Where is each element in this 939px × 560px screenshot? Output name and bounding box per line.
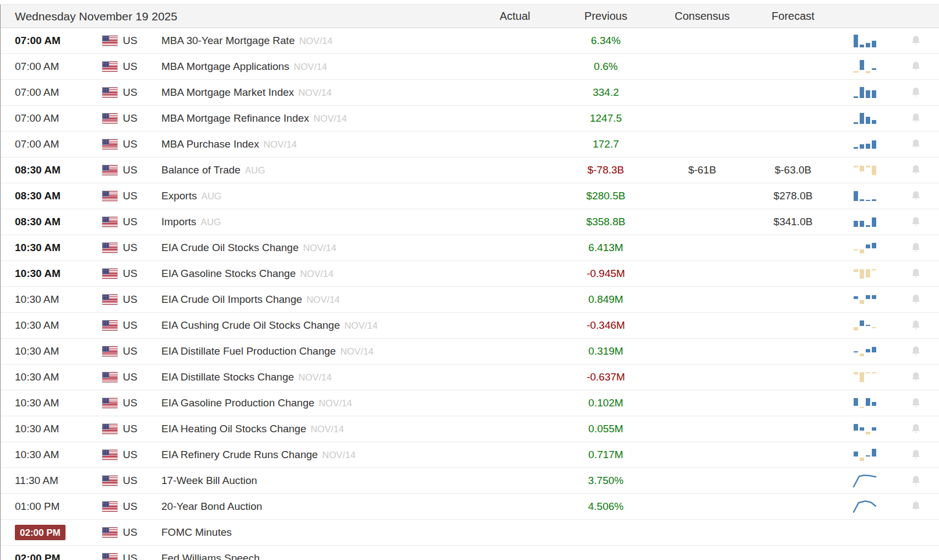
alert-bell-button[interactable] [892,474,939,487]
country-cell[interactable]: US [88,449,145,461]
alert-bell-button[interactable] [892,164,939,177]
previous-value[interactable]: 0.319M [556,345,655,357]
calendar-row[interactable]: 10:30 AM US EIA Heating Oil Stocks Chang… [1,416,939,442]
calendar-row[interactable]: 07:00 AM US MBA 30-Year Mortgage RateNOV… [1,28,939,54]
country-cell[interactable]: US [88,501,145,513]
previous-value[interactable]: 0.849M [556,293,655,306]
event-link[interactable]: EIA Refinery Crude Runs Change [161,449,318,460]
history-sparkline[interactable] [837,58,892,75]
alert-bell-button[interactable] [892,34,939,47]
history-sparkline[interactable] [837,240,892,256]
calendar-row[interactable]: 08:30 AM US ImportsAUG $358.8B $341.0B [1,209,939,235]
country-cell[interactable]: US [88,112,145,124]
calendar-row[interactable]: 11:30 AM US 17-Week Bill Auction 3.750% [1,468,939,494]
country-cell[interactable]: US [88,423,145,435]
alert-bell-button[interactable] [892,112,939,125]
previous-value[interactable]: -0.637M [556,371,655,383]
alert-bell-button[interactable] [892,138,939,151]
country-cell[interactable]: US [88,552,145,560]
event-link[interactable]: EIA Cushing Crude Oil Stocks Change [161,319,340,331]
country-cell[interactable]: US [88,216,145,228]
alert-bell-button[interactable] [892,345,939,358]
event-link[interactable]: Balance of Trade [161,164,241,176]
alert-bell-button[interactable] [892,500,939,513]
alert-bell-button[interactable] [892,60,939,73]
event-link[interactable]: FOMC Minutes [161,526,232,538]
calendar-row[interactable]: 07:00 AM US MBA Mortgage ApplicationsNOV… [1,54,939,80]
calendar-row[interactable]: 07:00 AM US MBA Mortgage Refinance Index… [1,106,939,132]
event-link[interactable]: EIA Gasoline Stocks Change [161,268,296,279]
country-cell[interactable]: US [88,319,145,331]
previous-value[interactable]: -0.945M [556,268,655,280]
previous-value[interactable]: 0.717M [556,449,655,461]
calendar-row[interactable]: 10:30 AM US EIA Gasoline Stocks ChangeNO… [1,261,939,287]
history-sparkline[interactable] [837,421,892,437]
calendar-row[interactable]: 07:00 AM US MBA Purchase IndexNOV/14 172… [1,132,939,157]
event-link[interactable]: EIA Crude Oil Stocks Change [161,242,298,253]
country-cell[interactable]: US [88,268,145,280]
history-sparkline[interactable] [837,214,892,230]
event-link[interactable]: EIA Distillate Stocks Change [161,371,294,383]
calendar-row[interactable]: 08:30 AM US Balance of TradeAUG $-78.3B … [1,157,939,183]
country-cell[interactable]: US [88,293,145,306]
calendar-row[interactable]: 10:30 AM US EIA Crude Oil Stocks ChangeN… [1,235,939,261]
event-link[interactable]: EIA Distillate Fuel Production Change [161,345,336,357]
country-cell[interactable]: US [88,371,145,383]
previous-value[interactable]: 6.413M [556,242,655,254]
previous-value[interactable]: 6.34% [556,35,655,47]
event-link[interactable]: MBA Mortgage Refinance Index [161,112,309,124]
history-sparkline[interactable] [837,136,892,153]
alert-bell-button[interactable] [892,396,939,410]
previous-value[interactable]: $280.5B [556,190,655,202]
event-link[interactable]: Imports [161,216,196,227]
history-sparkline[interactable] [837,84,892,101]
event-link[interactable]: MBA 30-Year Mortgage Rate [161,35,295,46]
previous-value[interactable]: $358.8B [556,216,655,228]
alert-bell-button[interactable] [892,267,939,280]
previous-value[interactable]: 334.2 [556,86,655,99]
country-cell[interactable]: US [88,164,145,176]
country-cell[interactable]: US [88,242,145,254]
previous-value[interactable]: 3.750% [556,475,655,487]
calendar-row[interactable]: 10:30 AM US EIA Refinery Crude Runs Chan… [1,442,939,468]
calendar-row[interactable]: 10:30 AM US EIA Distillate Stocks Change… [1,365,939,390]
previous-value[interactable]: 0.055M [556,423,655,435]
previous-value[interactable]: 1247.5 [556,112,655,124]
country-cell[interactable]: US [88,345,145,357]
event-link[interactable]: MBA Purchase Index [161,138,259,150]
event-link[interactable]: EIA Heating Oil Stocks Change [161,423,306,434]
event-link[interactable]: 20-Year Bond Auction [161,501,262,512]
alert-bell-button[interactable] [892,86,939,99]
previous-value[interactable]: $-78.3B [556,164,655,176]
history-sparkline[interactable] [837,369,892,385]
country-cell[interactable]: US [88,526,145,539]
previous-value[interactable]: 4.506% [556,501,655,513]
alert-bell-button[interactable] [892,422,939,436]
alert-bell-button[interactable] [892,448,939,461]
calendar-row[interactable]: 10:30 AM US EIA Gasoline Production Chan… [1,390,939,416]
history-sparkline[interactable] [837,395,892,411]
history-sparkline[interactable] [837,32,892,49]
alert-bell-button[interactable] [892,371,939,384]
alert-bell-button[interactable] [892,293,939,306]
previous-value[interactable]: 0.6% [556,61,655,73]
event-link[interactable]: Exports [161,190,197,202]
history-sparkline[interactable] [837,291,892,308]
previous-value[interactable]: 172.7 [556,138,655,150]
country-cell[interactable]: US [88,61,145,73]
history-sparkline[interactable] [837,110,892,127]
alert-bell-button[interactable] [892,189,939,203]
calendar-row[interactable]: 02:00 PM US Fed Williams Speech [1,546,939,560]
alert-bell-button[interactable] [892,319,939,332]
calendar-row[interactable]: 08:30 AM US ExportsAUG $280.5B $278.0B [1,183,939,209]
country-cell[interactable]: US [88,138,145,150]
history-sparkline[interactable] [837,317,892,334]
previous-value[interactable]: 0.102M [556,397,655,409]
alert-bell-button[interactable] [892,241,939,254]
history-sparkline[interactable] [837,447,892,463]
alert-bell-button[interactable] [892,215,939,229]
event-link[interactable]: MBA Mortgage Market Index [161,86,294,98]
calendar-row[interactable]: 10:30 AM US EIA Crude Oil Imports Change… [1,287,939,313]
calendar-row[interactable]: 02:00 PM US FOMC Minutes [1,520,939,546]
country-cell[interactable]: US [88,190,145,202]
